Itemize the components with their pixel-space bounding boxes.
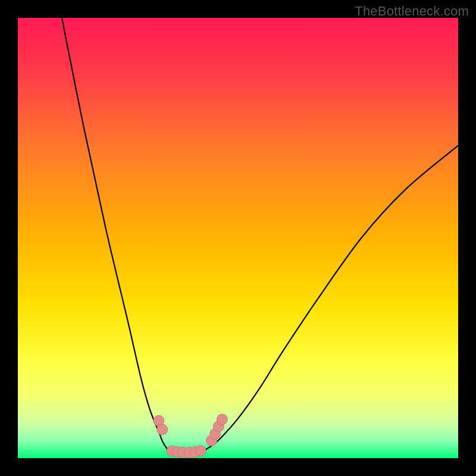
curve-marker xyxy=(195,445,206,456)
plot-svg xyxy=(18,18,458,458)
curve-marker xyxy=(217,414,227,425)
watermark-text: TheBottleneck.com xyxy=(355,4,469,19)
chart-frame: TheBottleneck.com xyxy=(0,0,476,476)
curve-marker xyxy=(157,424,168,435)
bottleneck-plot xyxy=(18,18,458,458)
gradient-background xyxy=(18,18,458,458)
